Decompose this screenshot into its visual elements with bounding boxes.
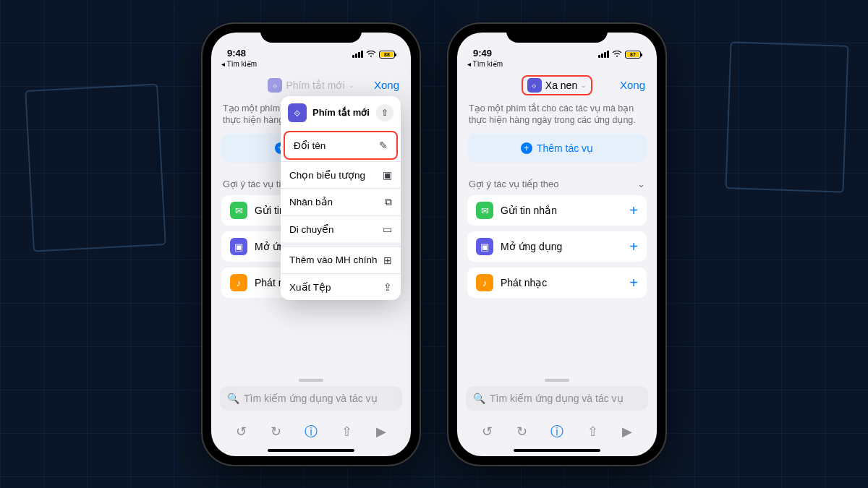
search-input[interactable]: 🔍 Tìm kiếm ứng dụng và tác vụ xyxy=(466,386,648,411)
chevron-down-icon: ⌄ xyxy=(349,82,354,89)
add-icon[interactable]: + xyxy=(629,202,638,219)
menu-label: Thêm vào MH chính xyxy=(289,254,378,265)
export-icon: ⇪ xyxy=(383,281,392,293)
home-indicator[interactable] xyxy=(268,449,354,452)
search-placeholder: Tìm kiếm ứng dụng và tác vụ xyxy=(490,393,624,404)
info-icon[interactable]: ⓘ xyxy=(550,423,563,440)
status-right: 88 xyxy=(352,51,395,59)
suggestion-label: Phát nhạc xyxy=(501,277,547,288)
suggestion-play-music[interactable]: ♪ Phát nhạc + xyxy=(467,267,647,298)
shortcut-title: Xa nen xyxy=(545,80,577,91)
suggestion-label: Mở ứng dụng xyxy=(501,241,562,252)
wifi-icon xyxy=(612,51,622,58)
menu-label: Xuất Tệp xyxy=(289,281,331,293)
description: Tạo một phím tắt cho các tác vụ mà bạn t… xyxy=(467,100,647,134)
screen-right: 9:49 87 ◂ Tìm kiếm ⟐ Xa nen ⌄ Xong Tạo m… xyxy=(457,33,657,456)
search-icon: 🔍 xyxy=(227,393,239,404)
music-icon: ♪ xyxy=(476,274,493,291)
done-button[interactable]: Xong xyxy=(374,79,399,91)
menu-label: Di chuyển xyxy=(289,223,334,235)
bottom-toolbar: ↺ ↻ ⓘ ⇧ ▶ xyxy=(211,416,411,447)
menu-label: Chọn biểu tượng xyxy=(289,169,365,181)
chevron-down-icon[interactable]: ⌄ xyxy=(637,179,645,189)
shortcut-icon: ⟐ xyxy=(527,78,542,93)
phone-right: 9:49 87 ◂ Tìm kiếm ⟐ Xa nen ⌄ Xong Tạo m… xyxy=(448,24,665,465)
share-icon[interactable]: ⇧ xyxy=(341,424,352,440)
bottom-toolbar: ↺ ↻ ⓘ ⇧ ▶ xyxy=(457,416,657,447)
menu-add-home[interactable]: Thêm vào MH chính ⊞ xyxy=(281,247,401,273)
shortcut-title: Phím tắt mới xyxy=(286,80,344,91)
shortcut-icon: ⟐ xyxy=(268,78,282,93)
status-time: 9:48 xyxy=(227,48,246,59)
nav-bar: ⟐ Phím tắt mới ⌄ Xong xyxy=(211,71,411,100)
folder-icon: ▭ xyxy=(383,223,392,235)
battery-icon: 88 xyxy=(379,51,395,59)
music-icon: ♪ xyxy=(230,274,247,291)
popover-header: ⟐ Phím tắt mới ⇧ xyxy=(281,96,401,129)
add-action-button[interactable]: + Thêm tác vụ xyxy=(467,134,647,163)
menu-move[interactable]: Di chuyển ▭ xyxy=(281,215,401,242)
search-input[interactable]: 🔍 Tìm kiếm ứng dụng và tác vụ xyxy=(220,386,402,411)
menu-label: Đổi tên xyxy=(294,140,326,151)
redo-icon[interactable]: ↻ xyxy=(516,424,527,440)
menu-export-file[interactable]: Xuất Tệp ⇪ xyxy=(281,273,401,300)
menu-rename[interactable]: Đổi tên ✎ xyxy=(284,131,398,160)
popover-title: Phím tắt mới xyxy=(312,107,370,118)
image-icon: ▣ xyxy=(383,169,392,181)
suggestion-label: Gửi tin nhắn xyxy=(501,205,557,216)
play-icon[interactable]: ▶ xyxy=(376,424,386,440)
search-icon: 🔍 xyxy=(473,393,485,404)
status-bar: 9:49 87 xyxy=(457,33,657,60)
message-icon: ✉ xyxy=(230,202,247,219)
shortcut-title-chip[interactable]: ⟐ Xa nen ⌄ xyxy=(522,75,592,95)
pencil-icon: ✎ xyxy=(379,140,388,151)
section-label: Gợi ý tác vụ tiếp theo xyxy=(469,179,558,189)
share-button[interactable]: ⇧ xyxy=(376,104,393,121)
redo-icon[interactable]: ↻ xyxy=(271,424,281,440)
context-menu: ⟐ Phím tắt mới ⇧ Đổi tên ✎ Chọn biểu tượ… xyxy=(281,96,401,300)
done-button[interactable]: Xong xyxy=(620,79,645,91)
nav-bar: ⟐ Xa nen ⌄ Xong xyxy=(457,71,657,100)
undo-icon[interactable]: ↺ xyxy=(236,424,247,440)
phone-left: 9:48 88 ◂ Tìm kiếm ⟐ Phím tắt mới ⌄ Xong… xyxy=(203,24,420,465)
back-to-search[interactable]: ◂ Tìm kiếm xyxy=(457,60,657,71)
add-icon[interactable]: + xyxy=(629,275,638,291)
grabber[interactable] xyxy=(545,379,569,382)
menu-choose-icon[interactable]: Chọn biểu tượng ▣ xyxy=(281,161,401,188)
menu-label: Nhân bản xyxy=(289,196,333,207)
wifi-icon xyxy=(366,51,376,58)
chevron-down-icon: ⌄ xyxy=(581,82,587,89)
home-indicator[interactable] xyxy=(514,449,600,452)
screen-left: 9:48 88 ◂ Tìm kiếm ⟐ Phím tắt mới ⌄ Xong… xyxy=(211,33,411,456)
info-icon[interactable]: ⓘ xyxy=(305,423,318,440)
message-icon: ✉ xyxy=(476,202,493,219)
app-icon: ▣ xyxy=(476,238,493,255)
back-to-search[interactable]: ◂ Tìm kiếm xyxy=(211,60,411,71)
signal-icon xyxy=(352,51,363,58)
shortcut-title-chip[interactable]: ⟐ Phím tắt mới ⌄ xyxy=(262,76,359,95)
shortcut-icon: ⟐ xyxy=(288,103,307,122)
status-time: 9:49 xyxy=(473,48,492,59)
search-placeholder: Tìm kiếm ứng dụng và tác vụ xyxy=(244,393,378,404)
app-icon: ▣ xyxy=(230,238,247,255)
battery-icon: 87 xyxy=(625,51,641,59)
content-area: Tạo một phím tắt cho các tác vụ mà bạn t… xyxy=(457,100,657,374)
add-icon[interactable]: + xyxy=(629,239,638,255)
play-icon[interactable]: ▶ xyxy=(622,424,632,440)
signal-icon xyxy=(598,51,609,58)
share-icon[interactable]: ⇧ xyxy=(587,424,598,440)
add-home-icon: ⊞ xyxy=(383,254,392,266)
duplicate-icon: ⧉ xyxy=(385,196,392,208)
grabber[interactable] xyxy=(299,379,323,382)
suggestion-open-app[interactable]: ▣ Mở ứng dụng + xyxy=(467,231,647,262)
status-bar: 9:48 88 xyxy=(211,33,411,60)
plus-icon: + xyxy=(521,142,532,154)
section-header: Gợi ý tác vụ tiếp theo ⌄ xyxy=(467,176,647,195)
undo-icon[interactable]: ↺ xyxy=(482,424,493,440)
menu-duplicate[interactable]: Nhân bản ⧉ xyxy=(281,188,401,215)
add-action-label: Thêm tác vụ xyxy=(537,142,593,154)
suggestion-send-message[interactable]: ✉ Gửi tin nhắn + xyxy=(467,195,647,226)
status-right: 87 xyxy=(598,51,641,59)
